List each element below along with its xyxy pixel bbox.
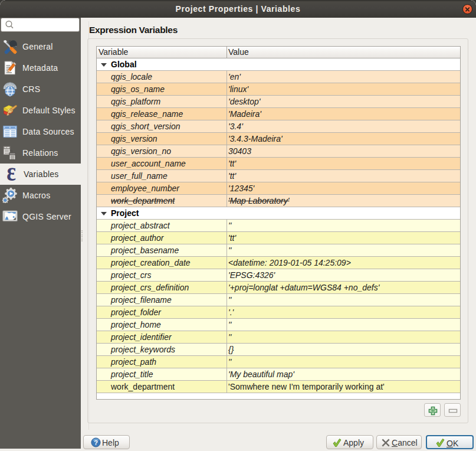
svg-text:?: ? <box>94 439 98 446</box>
svg-text:ε: ε <box>6 166 16 182</box>
